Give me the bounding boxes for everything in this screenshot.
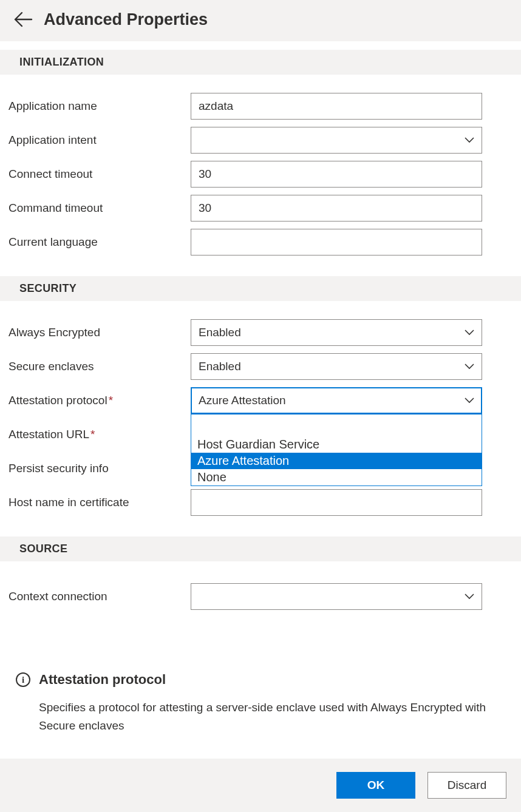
label-always-encrypted: Always Encrypted: [9, 326, 191, 339]
label-attestation-protocol: Attestation protocol*: [9, 394, 191, 407]
required-marker: *: [109, 394, 113, 407]
dropdown-spacer: [191, 414, 482, 436]
required-marker: *: [90, 428, 95, 441]
label-application-name: Application name: [9, 100, 191, 113]
section-initialization: Application name Application intent: [0, 75, 521, 276]
label-persist-security-info: Persist security info: [9, 462, 191, 475]
section-source: Context connection: [0, 561, 521, 631]
label-connect-timeout: Connect timeout: [9, 167, 191, 181]
info-title: Attestation protocol: [39, 672, 166, 688]
input-current-language[interactable]: [191, 229, 482, 255]
select-secure-enclaves[interactable]: Enabled: [191, 353, 482, 380]
info-panel: i Attestation protocol Specifies a proto…: [0, 657, 521, 759]
input-connect-timeout[interactable]: [191, 161, 482, 188]
chevron-down-icon: [465, 364, 474, 370]
section-header-security: SECURITY: [0, 276, 521, 301]
chevron-down-icon: [465, 330, 474, 336]
chevron-down-icon: [465, 137, 474, 143]
input-command-timeout[interactable]: [191, 195, 482, 222]
chevron-down-icon: [465, 594, 474, 600]
field-secure-enclaves: Secure enclaves Enabled: [9, 353, 512, 380]
field-connect-timeout: Connect timeout: [9, 161, 512, 188]
select-value: Enabled: [199, 326, 241, 339]
info-header: i Attestation protocol: [16, 672, 505, 688]
field-attestation-protocol: Attestation protocol* Azure Attestation: [9, 387, 512, 414]
dropdown-option-host-guardian-service[interactable]: Host Guardian Service: [191, 436, 482, 453]
section-security: Always Encrypted Enabled Secure enclaves: [0, 301, 521, 536]
back-button[interactable]: [13, 10, 33, 29]
field-context-connection: Context connection: [9, 583, 512, 610]
advanced-properties-dialog: Advanced Properties INITIALIZATION Appli…: [0, 0, 521, 812]
discard-button[interactable]: Discard: [427, 772, 506, 799]
field-host-name-in-certificate: Host name in certificate: [9, 489, 512, 516]
form-content: INITIALIZATION Application name Applicat…: [0, 50, 521, 657]
input-application-name[interactable]: [191, 93, 482, 120]
select-value: Enabled: [199, 360, 241, 373]
input-host-name-in-certificate[interactable]: [191, 489, 482, 516]
select-context-connection[interactable]: [191, 583, 482, 610]
label-application-intent: Application intent: [9, 134, 191, 147]
section-header-source: SOURCE: [0, 536, 521, 561]
select-attestation-protocol[interactable]: Azure Attestation: [191, 387, 482, 414]
dropdown-option-none[interactable]: None: [191, 469, 482, 486]
select-value: Azure Attestation: [199, 394, 286, 407]
label-command-timeout: Command timeout: [9, 201, 191, 215]
dialog-footer: OK Discard: [0, 759, 521, 812]
field-always-encrypted: Always Encrypted Enabled: [9, 319, 512, 346]
ok-button[interactable]: OK: [336, 772, 415, 799]
label-current-language: Current language: [9, 235, 191, 249]
dialog-header: Advanced Properties: [0, 0, 521, 41]
arrow-left-icon: [13, 12, 33, 27]
section-header-initialization: INITIALIZATION: [0, 50, 521, 75]
info-icon: i: [16, 672, 30, 687]
label-context-connection: Context connection: [9, 590, 191, 603]
select-application-intent[interactable]: [191, 127, 482, 154]
info-description: Specifies a protocol for attesting a ser…: [39, 699, 500, 734]
chevron-down-icon: [465, 398, 474, 404]
dropdown-attestation-protocol: Host Guardian Service Azure Attestation …: [191, 414, 482, 486]
scroll-area: INITIALIZATION Application name Applicat…: [0, 50, 521, 657]
label-host-name-in-certificate: Host name in certificate: [9, 496, 191, 509]
field-current-language: Current language: [9, 229, 512, 255]
label-secure-enclaves: Secure enclaves: [9, 360, 191, 373]
select-always-encrypted[interactable]: Enabled: [191, 319, 482, 346]
field-application-name: Application name: [9, 93, 512, 120]
field-command-timeout: Command timeout: [9, 195, 512, 222]
dialog-title: Advanced Properties: [44, 10, 208, 29]
label-attestation-url: Attestation URL*: [9, 428, 191, 441]
field-application-intent: Application intent: [9, 127, 512, 154]
spacer: [0, 41, 521, 50]
dropdown-option-azure-attestation[interactable]: Azure Attestation: [191, 453, 482, 469]
